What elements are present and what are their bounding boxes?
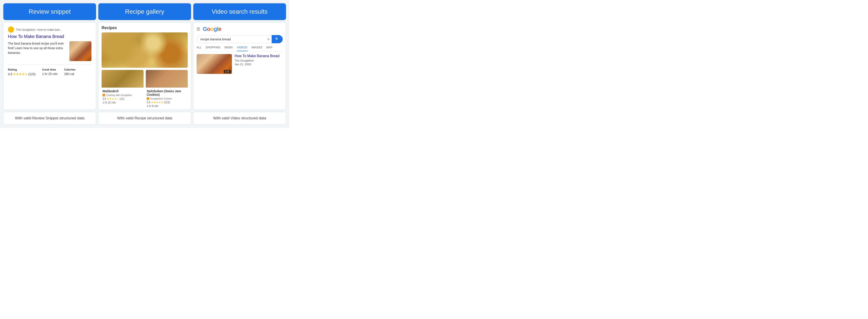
recipe-item-2-time: 1 hr 8 min <box>147 105 187 108</box>
review-image-visual <box>69 41 91 61</box>
recipe-header-banner: Recipe gallery <box>98 3 191 20</box>
stat-rating-value: 4.5 ★★★★½ (123) <box>8 72 36 76</box>
recipe-item-2-image <box>146 70 188 87</box>
video-duration: 1:02 <box>224 70 230 73</box>
recipe-item-1-rating-value: 3.9 <box>102 97 106 100</box>
review-column: Review snippet The Googlebot › how-to-ma… <box>2 2 97 126</box>
review-card: The Googlebot › how-to-make-ban... How T… <box>3 22 96 110</box>
tab-images[interactable]: IMAGES <box>252 46 262 51</box>
video-header-banner: Video search results <box>193 3 286 20</box>
recipe-item-2-info: Spitzbuben (Swiss Jam Cookies) Googlebot… <box>146 87 188 109</box>
review-description: The best banana bread recipe you'll ever… <box>8 41 66 61</box>
recipe-item-2-source-text: Googlebot's Cuisine <box>150 97 172 100</box>
tab-shopping[interactable]: SHOPPING <box>206 46 220 51</box>
recipe-item-2-rating: 5.0 ★★★★★ (123) <box>147 101 187 104</box>
video-header-title: Video search results <box>212 8 268 15</box>
video-column: Video search results ☰ Google ✕ 🔍 ALL SH… <box>192 2 287 126</box>
search-bar-row: ✕ 🔍 <box>196 35 283 43</box>
video-top-bar: ☰ Google <box>196 26 283 32</box>
recipe-card: Recipes Mailänderli Cooking with Googleb… <box>98 22 191 110</box>
google-o2: o <box>210 26 214 32</box>
recipe-item-1-time: 1 hr 22 min <box>102 101 143 104</box>
hamburger-icon[interactable]: ☰ <box>196 27 200 32</box>
recipe-item-1-image <box>102 70 144 87</box>
recipe-main-image-visual <box>102 32 188 68</box>
recipe-item-2-stars: ★★★★★ <box>151 101 163 104</box>
site-breadcrumb: The Googlebot › how-to-make-ban... <box>16 28 62 31</box>
search-button[interactable]: 🔍 <box>272 35 283 43</box>
nav-tabs: ALL SHOPPING NEWS VIDEOS IMAGES MAP <box>196 46 283 51</box>
google-o1: o <box>207 26 210 32</box>
recipe-two-col: Mailänderli Cooking with Googlebot 3.9 ★… <box>102 70 188 109</box>
review-content-row: The best banana bread recipe you'll ever… <box>8 41 91 61</box>
rating-stars: ★★★★½ <box>13 72 27 76</box>
recipe-header-title: Recipe gallery <box>125 8 164 15</box>
recipe-item-2-rating-value: 5.0 <box>147 101 150 104</box>
google-g2: g <box>214 26 217 32</box>
search-input[interactable] <box>196 35 265 43</box>
stat-rating-label: Rating <box>8 68 36 71</box>
site-icon <box>8 27 14 33</box>
tab-videos[interactable]: VIDEOS <box>237 46 247 51</box>
stat-cooktime: Cook time 1 hr 25 min <box>42 68 58 76</box>
recipe-item-2-count: (123) <box>164 101 170 104</box>
recipe-item-1-info: Mailänderli Cooking with Googlebot 3.9 ★… <box>102 87 144 106</box>
recipe-item-1-stars: ★★★★☆ <box>107 97 119 100</box>
recipe-main-image <box>102 32 188 68</box>
google-e: e <box>218 26 221 32</box>
recipe-item-1[interactable]: Mailänderli Cooking with Googlebot 3.9 ★… <box>102 70 144 109</box>
stat-calories-value: 260 cal <box>64 72 75 76</box>
video-thumbnail: 1:02 <box>196 54 232 74</box>
recipe-item-1-source-text: Cooking with Googlebot <box>106 94 132 96</box>
review-site-row: The Googlebot › how-to-make-ban... <box>8 27 91 33</box>
video-result[interactable]: 1:02 How To Make Banana Bread The Google… <box>196 54 283 74</box>
recipe-item-1-source-icon <box>102 94 105 96</box>
stat-cooktime-value: 1 hr 25 min <box>42 72 58 76</box>
recipe-item-2-source-row: Googlebot's Cuisine <box>147 97 187 100</box>
search-clear-button[interactable]: ✕ <box>265 35 272 43</box>
recipe-footer: With valid Recipe structured data <box>98 112 191 125</box>
review-footer: With valid Review Snippet structured dat… <box>3 112 96 125</box>
review-image <box>69 41 91 61</box>
stat-rating: Rating 4.5 ★★★★½ (123) <box>8 68 36 76</box>
recipe-item-1-rating: 3.9 ★★★★☆ (11) <box>102 97 143 100</box>
tab-maps[interactable]: MAP <box>266 46 273 51</box>
stat-calories: Calories 260 cal <box>64 68 75 76</box>
review-stats: Rating 4.5 ★★★★½ (123) Cook time 1 hr 25… <box>8 65 91 76</box>
video-date: Jan 21, 2020 <box>235 63 283 66</box>
recipe-item-1-source-row: Cooking with Googlebot <box>102 94 143 96</box>
stat-calories-label: Calories <box>64 68 75 71</box>
tab-all[interactable]: ALL <box>196 46 202 51</box>
recipe-item-2[interactable]: Spitzbuben (Swiss Jam Cookies) Googlebot… <box>146 70 188 109</box>
recipe-item-1-name: Mailänderli <box>102 90 143 93</box>
rating-number: 4.5 <box>8 72 12 76</box>
recipe-item-2-name: Spitzbuben (Swiss Jam Cookies) <box>147 90 187 96</box>
google-logo: Google <box>203 26 221 32</box>
video-card: ☰ Google ✕ 🔍 ALL SHOPPING NEWS VIDEOS IM… <box>193 22 286 110</box>
tab-news[interactable]: NEWS <box>224 46 233 51</box>
video-info: How To Make Banana Bread The Googlebot J… <box>235 54 283 74</box>
stat-cooktime-label: Cook time <box>42 68 58 71</box>
rating-count: (123) <box>28 72 36 76</box>
video-footer: With valid Video structured data <box>193 112 286 125</box>
main-container: Review snippet The Googlebot › how-to-ma… <box>0 0 289 128</box>
video-channel: The Googlebot <box>235 59 283 62</box>
recipe-section-label: Recipes <box>102 26 188 30</box>
review-header-title: Review snippet <box>29 8 71 15</box>
google-g: G <box>203 26 207 32</box>
recipe-item-1-count: (11) <box>120 97 124 100</box>
video-title[interactable]: How To Make Banana Bread <box>235 54 283 58</box>
review-header-banner: Review snippet <box>3 3 96 20</box>
review-title[interactable]: How To Make Banana Bread <box>8 34 91 39</box>
recipe-item-2-source-icon <box>147 97 149 100</box>
recipe-column: Recipe gallery Recipes Mailänderli Cooki… <box>97 2 192 126</box>
